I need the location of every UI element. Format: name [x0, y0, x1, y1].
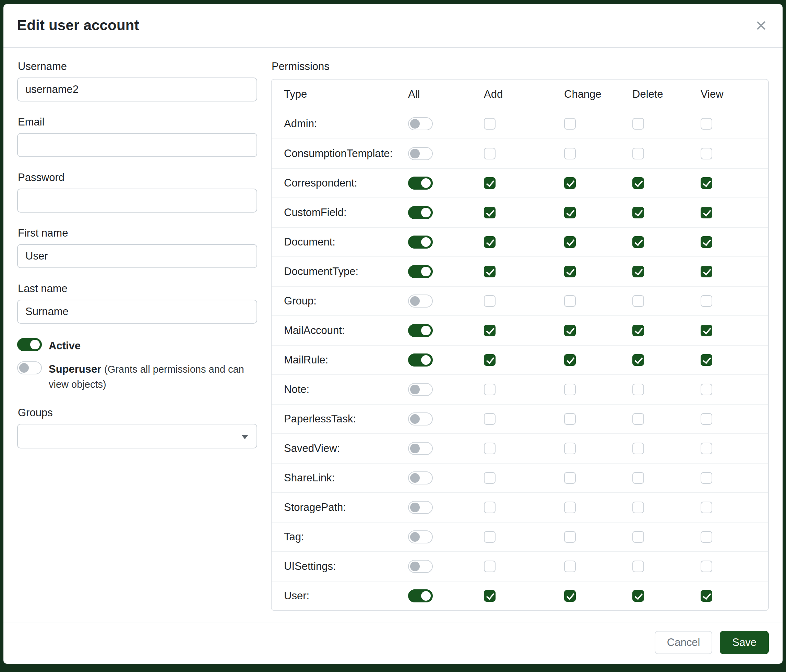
all-toggle[interactable] [408, 353, 433, 366]
view-checkbox[interactable] [701, 295, 712, 307]
all-toggle[interactable] [408, 236, 433, 248]
view-checkbox[interactable] [701, 561, 712, 572]
change-checkbox[interactable] [564, 295, 576, 307]
change-checkbox[interactable] [564, 531, 576, 543]
add-checkbox[interactable] [484, 325, 495, 336]
view-checkbox[interactable] [701, 531, 712, 543]
delete-checkbox[interactable] [632, 443, 644, 454]
email-field[interactable] [17, 133, 257, 157]
add-checkbox[interactable] [484, 295, 495, 307]
add-checkbox[interactable] [484, 531, 495, 543]
all-toggle[interactable] [408, 413, 433, 425]
change-checkbox[interactable] [564, 236, 576, 248]
view-checkbox[interactable] [701, 118, 712, 130]
add-checkbox[interactable] [484, 384, 495, 395]
add-checkbox[interactable] [484, 118, 495, 130]
all-toggle[interactable] [408, 295, 433, 308]
cancel-button[interactable]: Cancel [655, 631, 713, 654]
delete-checkbox[interactable] [632, 561, 644, 572]
delete-checkbox[interactable] [632, 354, 644, 366]
delete-checkbox[interactable] [632, 236, 644, 248]
view-checkbox[interactable] [701, 590, 712, 602]
change-checkbox[interactable] [564, 561, 576, 572]
add-checkbox[interactable] [484, 590, 495, 602]
all-toggle[interactable] [408, 117, 433, 130]
last-name-field[interactable] [17, 300, 257, 323]
view-checkbox[interactable] [701, 177, 712, 189]
toggle-knob [410, 502, 420, 512]
change-checkbox[interactable] [564, 266, 576, 277]
view-checkbox[interactable] [701, 384, 712, 395]
add-checkbox[interactable] [484, 502, 495, 513]
column-header-add: Add [483, 88, 563, 100]
view-checkbox[interactable] [701, 207, 712, 218]
change-checkbox[interactable] [564, 590, 576, 602]
add-checkbox[interactable] [484, 266, 495, 277]
view-checkbox[interactable] [701, 325, 712, 336]
view-checkbox[interactable] [701, 502, 712, 513]
change-checkbox[interactable] [564, 413, 576, 425]
delete-checkbox[interactable] [632, 502, 644, 513]
change-checkbox[interactable] [564, 354, 576, 366]
change-checkbox[interactable] [564, 443, 576, 454]
add-checkbox[interactable] [484, 443, 495, 454]
all-toggle[interactable] [408, 531, 433, 543]
delete-checkbox[interactable] [632, 148, 644, 159]
add-checkbox[interactable] [484, 472, 495, 484]
add-checkbox[interactable] [484, 207, 495, 218]
view-checkbox[interactable] [701, 472, 712, 484]
view-checkbox[interactable] [701, 413, 712, 425]
delete-checkbox[interactable] [632, 295, 644, 307]
add-checkbox[interactable] [484, 148, 495, 159]
change-checkbox[interactable] [564, 502, 576, 513]
all-toggle[interactable] [408, 324, 433, 337]
add-checkbox[interactable] [484, 177, 495, 189]
delete-checkbox[interactable] [632, 590, 644, 602]
add-checkbox[interactable] [484, 354, 495, 366]
all-toggle[interactable] [408, 177, 433, 190]
groups-select[interactable] [17, 424, 257, 449]
add-checkbox[interactable] [484, 236, 495, 248]
all-toggle[interactable] [408, 589, 433, 602]
add-checkbox[interactable] [484, 561, 495, 572]
delete-checkbox[interactable] [632, 325, 644, 336]
delete-checkbox[interactable] [632, 266, 644, 277]
change-checkbox[interactable] [564, 207, 576, 218]
add-checkbox[interactable] [484, 413, 495, 425]
permission-type-label: MailRule: [272, 354, 407, 366]
all-toggle[interactable] [408, 265, 433, 278]
change-checkbox[interactable] [564, 177, 576, 189]
delete-checkbox[interactable] [632, 177, 644, 189]
all-toggle[interactable] [408, 206, 433, 219]
all-toggle[interactable] [408, 442, 433, 455]
close-icon[interactable]: × [753, 16, 769, 35]
change-checkbox[interactable] [564, 118, 576, 130]
all-toggle[interactable] [408, 147, 433, 160]
view-checkbox[interactable] [701, 148, 712, 159]
view-checkbox[interactable] [701, 354, 712, 366]
save-button[interactable]: Save [720, 631, 769, 654]
delete-checkbox[interactable] [632, 384, 644, 395]
delete-checkbox[interactable] [632, 118, 644, 130]
password-field[interactable] [17, 188, 257, 213]
superuser-toggle[interactable] [17, 361, 42, 374]
view-checkbox[interactable] [701, 266, 712, 277]
active-toggle[interactable] [17, 338, 42, 351]
view-checkbox[interactable] [701, 443, 712, 454]
view-checkbox[interactable] [701, 236, 712, 248]
delete-checkbox[interactable] [632, 207, 644, 218]
change-checkbox[interactable] [564, 148, 576, 159]
username-label: Username [18, 60, 257, 73]
change-checkbox[interactable] [564, 384, 576, 395]
delete-checkbox[interactable] [632, 531, 644, 543]
username-input[interactable] [17, 77, 257, 102]
first-name-field[interactable] [17, 244, 257, 268]
all-toggle[interactable] [408, 560, 433, 573]
delete-checkbox[interactable] [632, 413, 644, 425]
change-checkbox[interactable] [564, 325, 576, 336]
all-toggle[interactable] [408, 501, 433, 514]
change-checkbox[interactable] [564, 472, 576, 484]
all-toggle[interactable] [408, 471, 433, 484]
all-toggle[interactable] [408, 383, 433, 396]
delete-checkbox[interactable] [632, 472, 644, 484]
